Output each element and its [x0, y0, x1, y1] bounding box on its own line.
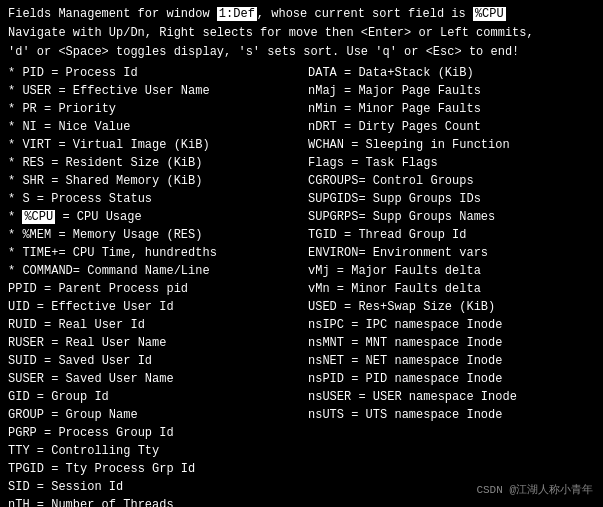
field-pad: [330, 282, 337, 296]
field-name: RES: [22, 156, 44, 170]
right-field-row: DATA = Data+Stack (KiB): [308, 64, 603, 82]
field-pad: [30, 192, 37, 206]
left-field-row: * S = Process Status: [8, 190, 308, 208]
field-desc: = Minor Page Faults: [344, 102, 481, 116]
field-desc: = Parent Process pid: [44, 282, 188, 296]
field-pad: [37, 354, 44, 368]
field-name: S: [22, 192, 29, 206]
left-field-row: GID = Group Id: [8, 388, 308, 406]
field-name: RUSER: [8, 336, 44, 350]
nav-line3: 'd' or <Space> toggles display, 's' sets…: [8, 44, 595, 61]
field-name: TGID: [308, 228, 337, 242]
star: *: [8, 66, 22, 80]
field-desc: = Group Name: [51, 408, 137, 422]
star: *: [8, 156, 22, 170]
header-mid: , whose current sort field is: [257, 7, 473, 21]
left-field-row: * PR = Priority: [8, 100, 308, 118]
star: *: [8, 120, 22, 134]
field-desc: = Thread Group Id: [344, 228, 466, 242]
left-field-row: RUSER = Real User Name: [8, 334, 308, 352]
fields-content: * PID = Process Id* USER = Effective Use…: [8, 64, 595, 507]
field-pad: [337, 228, 344, 242]
field-name: GROUP: [8, 408, 44, 422]
field-pad: [337, 120, 344, 134]
header-line1: Fields Management for window 1:Def, whos…: [8, 6, 595, 23]
star: *: [8, 228, 22, 242]
field-desc: = Tty Process Grp Id: [51, 462, 195, 476]
field-desc: = USER namespace Inode: [358, 390, 516, 404]
left-field-row: * USER = Effective User Name: [8, 82, 308, 100]
right-field-row: nsMNT = MNT namespace Inode: [308, 334, 603, 352]
field-pad: [30, 480, 37, 494]
field-desc: = Controlling Tty: [37, 444, 159, 458]
field-name: PR: [22, 102, 36, 116]
field-desc: = Supp Groups IDs: [358, 192, 480, 206]
field-desc: = Task Flags: [351, 156, 437, 170]
field-desc: = Saved User Name: [51, 372, 173, 386]
field-desc: = Real User Name: [51, 336, 166, 350]
field-name: SUPGIDS: [308, 192, 358, 206]
left-field-row: RUID = Real User Id: [8, 316, 308, 334]
field-name: SID: [8, 480, 30, 494]
field-desc: = Resident Size (KiB): [51, 156, 202, 170]
field-pad: [30, 300, 37, 314]
field-name: nMaj: [308, 84, 337, 98]
right-field-row: vMj = Major Faults delta: [308, 262, 603, 280]
field-desc: = CPU Time, hundredths: [58, 246, 216, 260]
left-field-row: * NI = Nice Value: [8, 118, 308, 136]
field-name: %MEM: [22, 228, 51, 242]
field-desc: = Process Status: [37, 192, 152, 206]
left-field-row: * %MEM = Memory Usage (RES): [8, 226, 308, 244]
right-field-row: CGROUPS= Control Groups: [308, 172, 603, 190]
field-name: vMj: [308, 264, 330, 278]
sort-field: %CPU: [473, 7, 506, 21]
star: *: [8, 264, 22, 278]
left-field-row: SUID = Saved User Id: [8, 352, 308, 370]
left-field-row: TPGID = Tty Process Grp Id: [8, 460, 308, 478]
field-name: nMin: [308, 102, 337, 116]
field-pad: [37, 120, 44, 134]
field-desc: = Session Id: [37, 480, 123, 494]
field-desc: = Control Groups: [358, 174, 473, 188]
field-pad: [337, 66, 344, 80]
right-field-row: nsPID = PID namespace Inode: [308, 370, 603, 388]
field-name: SHR: [22, 174, 44, 188]
field-desc: = CPU Usage: [62, 210, 141, 224]
right-field-row: nsIPC = IPC namespace Inode: [308, 316, 603, 334]
right-field-row: nDRT = Dirty Pages Count: [308, 118, 603, 136]
field-name: nTH: [8, 498, 30, 507]
left-field-row: TTY = Controlling Tty: [8, 442, 308, 460]
field-name: COMMAND: [22, 264, 72, 278]
field-name: %CPU: [22, 210, 55, 224]
field-name: ENVIRON: [308, 246, 358, 260]
field-name: PGRP: [8, 426, 37, 440]
field-pad: [37, 318, 44, 332]
field-pad: [337, 300, 344, 314]
field-desc: = Shared Memory (KiB): [51, 174, 202, 188]
left-field-row: * PID = Process Id: [8, 64, 308, 82]
field-desc: = Effective User Name: [58, 84, 209, 98]
field-desc: = Group Id: [37, 390, 109, 404]
field-desc: = Data+Stack (KiB): [344, 66, 474, 80]
right-field-row: nMin = Minor Page Faults: [308, 100, 603, 118]
left-field-row: PPID = Parent Process pid: [8, 280, 308, 298]
field-desc: = Res+Swap Size (KiB): [344, 300, 495, 314]
field-name: WCHAN: [308, 138, 344, 152]
field-name: nsMNT: [308, 336, 344, 350]
window-id: 1:Def: [217, 7, 257, 21]
field-name: UID: [8, 300, 30, 314]
left-field-row: SID = Session Id: [8, 478, 308, 496]
star: *: [8, 174, 22, 188]
left-field-row: SUSER = Saved User Name: [8, 370, 308, 388]
star: *: [8, 192, 22, 206]
star: *: [8, 138, 22, 152]
star: *: [8, 84, 22, 98]
field-name: USED: [308, 300, 337, 314]
field-desc: = Memory Usage (RES): [58, 228, 202, 242]
field-name: SUPGRPS: [308, 210, 358, 224]
field-name: Flags: [308, 156, 344, 170]
field-desc: = UTS namespace Inode: [351, 408, 502, 422]
right-field-row: WCHAN = Sleeping in Function: [308, 136, 603, 154]
field-name: GID: [8, 390, 30, 404]
field-name: TIME+: [22, 246, 58, 260]
